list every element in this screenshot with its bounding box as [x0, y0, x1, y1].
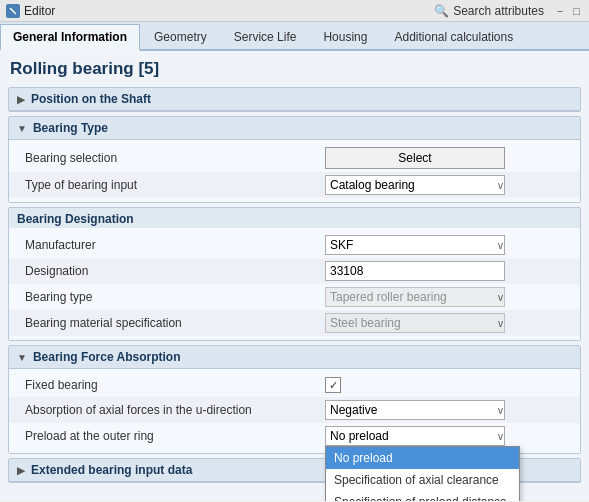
minimize-button[interactable]: −	[554, 5, 566, 17]
value-axial-forces: Negative v	[325, 400, 572, 420]
tab-service-life[interactable]: Service Life	[221, 24, 310, 49]
section-bearing-designation: Bearing Designation Manufacturer SKF v D…	[8, 207, 581, 341]
tab-general-information[interactable]: General Information	[0, 24, 140, 51]
select-bearing-material: Steel bearing	[325, 313, 505, 333]
dropdown-bearing-material: Steel bearing v	[325, 313, 505, 333]
row-bearing-type: Bearing type Tapered roller bearing v	[9, 284, 580, 310]
section-bearing-force: ▼ Bearing Force Absorption Fixed bearing…	[8, 345, 581, 454]
select-bearing-type: Tapered roller bearing	[325, 287, 505, 307]
row-preload-outer-ring: Preload at the outer ring No preload v N…	[9, 423, 580, 449]
dropdown-bearing-input-type: Catalog bearing v	[325, 175, 505, 195]
title-bar: Editor 🔍 Search attributes − □	[0, 0, 589, 22]
row-bearing-selection: Bearing selection Select	[9, 144, 580, 172]
editor-icon	[6, 4, 20, 18]
dropdown-item-axial-clearance[interactable]: Specification of axial clearance	[326, 469, 519, 491]
tab-bar: General Information Geometry Service Lif…	[0, 22, 589, 51]
dropdown-item-no-preload[interactable]: No preload	[326, 447, 519, 469]
section-position-label: Position on the Shaft	[31, 92, 151, 106]
bearing-force-body: Fixed bearing Absorption of axial forces…	[9, 369, 580, 453]
section-bearing-type-header[interactable]: ▼ Bearing Type	[9, 117, 580, 140]
dropdown-item-preload-distance[interactable]: Specification of preload distance	[326, 491, 519, 501]
dropdown-preload-outer: No preload v	[325, 426, 505, 446]
label-fixed-bearing: Fixed bearing	[25, 378, 325, 392]
section-bearing-force-label: Bearing Force Absorption	[33, 350, 181, 364]
search-icon: 🔍	[434, 4, 449, 18]
value-fixed-bearing	[325, 377, 572, 393]
win-controls: − □	[554, 5, 583, 17]
select-button[interactable]: Select	[325, 147, 505, 169]
label-designation: Designation	[25, 264, 325, 278]
value-bearing-selection: Select	[325, 147, 572, 169]
select-bearing-input-type[interactable]: Catalog bearing	[325, 175, 505, 195]
row-bearing-input-type: Type of bearing input Catalog bearing v	[9, 172, 580, 198]
tab-additional-calculations[interactable]: Additional calculations	[381, 24, 526, 49]
section-bearing-type: ▼ Bearing Type Bearing selection Select …	[8, 116, 581, 203]
value-bearing-input-type: Catalog bearing v	[325, 175, 572, 195]
label-manufacturer: Manufacturer	[25, 238, 325, 252]
section-bearing-type-label: Bearing Type	[33, 121, 108, 135]
collapse-arrow-position: ▶	[17, 94, 25, 105]
section-position-header[interactable]: ▶ Position on the Shaft	[9, 88, 580, 111]
bearing-type-body: Bearing selection Select Type of bearing…	[9, 140, 580, 202]
collapse-arrow-extended: ▶	[17, 465, 25, 476]
collapse-arrow-force: ▼	[17, 352, 27, 363]
section-extended-label: Extended bearing input data	[31, 463, 192, 477]
row-manufacturer: Manufacturer SKF v	[9, 232, 580, 258]
section-position-on-shaft: ▶ Position on the Shaft	[8, 87, 581, 112]
label-bearing-selection: Bearing selection	[25, 151, 325, 165]
value-bearing-type: Tapered roller bearing v	[325, 287, 572, 307]
value-designation	[325, 261, 572, 281]
title-bar-right: 🔍 Search attributes − □	[434, 4, 583, 18]
dropdown-axial-forces: Negative v	[325, 400, 505, 420]
page-title: Rolling bearing [5]	[8, 59, 581, 79]
row-designation: Designation	[9, 258, 580, 284]
dropdown-bearing-type: Tapered roller bearing v	[325, 287, 505, 307]
title-bar-left: Editor	[6, 4, 55, 18]
section-bearing-force-header[interactable]: ▼ Bearing Force Absorption	[9, 346, 580, 369]
tab-housing[interactable]: Housing	[310, 24, 380, 49]
tab-geometry[interactable]: Geometry	[141, 24, 220, 49]
label-bearing-material: Bearing material specification	[25, 316, 325, 330]
label-bearing-type: Bearing type	[25, 290, 325, 304]
select-manufacturer[interactable]: SKF	[325, 235, 505, 255]
collapse-arrow-bearing-type: ▼	[17, 123, 27, 134]
maximize-button[interactable]: □	[570, 5, 583, 17]
row-axial-forces: Absorption of axial forces in the u-dire…	[9, 397, 580, 423]
row-fixed-bearing: Fixed bearing	[9, 373, 580, 397]
dropdown-manufacturer: SKF v	[325, 235, 505, 255]
label-preload-outer-ring: Preload at the outer ring	[25, 429, 325, 443]
dropdown-open-list: No preload Specification of axial cleara…	[325, 446, 520, 501]
value-bearing-material: Steel bearing v	[325, 313, 572, 333]
label-axial-forces: Absorption of axial forces in the u-dire…	[25, 403, 325, 417]
bearing-designation-body: Manufacturer SKF v Designation	[9, 228, 580, 340]
select-preload-outer[interactable]: No preload	[325, 426, 505, 446]
bearing-designation-label: Bearing Designation	[9, 208, 580, 228]
search-label: Search attributes	[453, 4, 544, 18]
dropdown-preload-container: No preload v No preload Specification of…	[325, 426, 505, 446]
value-manufacturer: SKF v	[325, 235, 572, 255]
content-area: Rolling bearing [5] ▶ Position on the Sh…	[0, 51, 589, 501]
checkbox-fixed-bearing[interactable]	[325, 377, 341, 393]
label-bearing-input-type: Type of bearing input	[25, 178, 325, 192]
app-title: Editor	[24, 4, 55, 18]
search-area[interactable]: 🔍 Search attributes	[434, 4, 544, 18]
row-bearing-material: Bearing material specification Steel bea…	[9, 310, 580, 336]
value-preload-outer-ring: No preload v No preload Specification of…	[325, 426, 572, 446]
select-axial-forces[interactable]: Negative	[325, 400, 505, 420]
input-designation[interactable]	[325, 261, 505, 281]
